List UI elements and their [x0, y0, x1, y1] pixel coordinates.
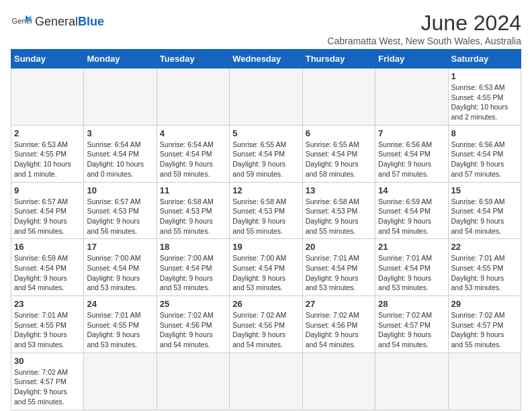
- table-row: 11Sunrise: 6:58 AM Sunset: 4:53 PM Dayli…: [157, 182, 229, 239]
- table-row: 22Sunrise: 7:01 AM Sunset: 4:55 PM Dayli…: [448, 239, 521, 296]
- table-row: 4Sunrise: 6:54 AM Sunset: 4:54 PM Daylig…: [157, 125, 229, 182]
- day-info: Sunrise: 7:00 AM Sunset: 4:54 PM Dayligh…: [160, 253, 226, 293]
- day-info: Sunrise: 6:55 AM Sunset: 4:54 PM Dayligh…: [306, 140, 372, 179]
- table-row: 14Sunrise: 6:59 AM Sunset: 4:54 PM Dayli…: [375, 182, 448, 239]
- location-subtitle: Cabramatta West, New South Wales, Austra…: [327, 36, 521, 46]
- day-info: Sunrise: 7:01 AM Sunset: 4:55 PM Dayligh…: [14, 310, 81, 350]
- calendar-week-2: 2Sunrise: 6:53 AM Sunset: 4:55 PM Daylig…: [11, 125, 521, 182]
- day-number: 21: [378, 242, 445, 252]
- col-thursday: Thursday: [302, 50, 375, 68]
- day-info: Sunrise: 7:02 AM Sunset: 4:57 PM Dayligh…: [378, 310, 445, 350]
- day-number: 7: [378, 128, 445, 138]
- day-number: 11: [160, 185, 226, 195]
- table-row: 1Sunrise: 6:53 AM Sunset: 4:55 PM Daylig…: [448, 68, 521, 126]
- day-info: Sunrise: 6:53 AM Sunset: 4:55 PM Dayligh…: [451, 83, 518, 122]
- day-number: 6: [306, 128, 372, 138]
- day-number: 29: [451, 299, 518, 309]
- day-number: 20: [306, 242, 372, 252]
- day-info: Sunrise: 6:54 AM Sunset: 4:54 PM Dayligh…: [87, 140, 153, 179]
- day-info: Sunrise: 7:00 AM Sunset: 4:54 PM Dayligh…: [87, 253, 153, 293]
- day-info: Sunrise: 6:54 AM Sunset: 4:54 PM Dayligh…: [160, 140, 226, 179]
- day-info: Sunrise: 6:53 AM Sunset: 4:55 PM Dayligh…: [14, 140, 81, 179]
- table-row: 6Sunrise: 6:55 AM Sunset: 4:54 PM Daylig…: [302, 125, 375, 182]
- logo-wordmark: GeneralBlue: [35, 15, 104, 29]
- table-row: [448, 353, 521, 410]
- day-number: 5: [232, 128, 299, 138]
- day-info: Sunrise: 7:02 AM Sunset: 4:57 PM Dayligh…: [451, 310, 518, 350]
- table-row: 13Sunrise: 6:58 AM Sunset: 4:53 PM Dayli…: [302, 182, 375, 239]
- table-row: 15Sunrise: 6:59 AM Sunset: 4:54 PM Dayli…: [448, 182, 521, 239]
- day-number: 15: [451, 185, 518, 195]
- day-number: 14: [378, 185, 445, 195]
- table-row: 7Sunrise: 6:56 AM Sunset: 4:54 PM Daylig…: [375, 125, 448, 182]
- day-number: 26: [232, 299, 299, 309]
- calendar-header-row: Sunday Monday Tuesday Wednesday Thursday…: [11, 50, 521, 68]
- table-row: 12Sunrise: 6:58 AM Sunset: 4:53 PM Dayli…: [230, 182, 302, 239]
- table-row: [302, 68, 375, 126]
- day-info: Sunrise: 7:01 AM Sunset: 4:55 PM Dayligh…: [451, 253, 518, 293]
- table-row: [157, 68, 229, 126]
- day-number: 8: [451, 128, 518, 138]
- day-info: Sunrise: 6:56 AM Sunset: 4:54 PM Dayligh…: [378, 140, 445, 179]
- day-info: Sunrise: 6:56 AM Sunset: 4:54 PM Dayligh…: [451, 140, 518, 179]
- day-number: 16: [14, 242, 81, 252]
- table-row: [11, 68, 84, 126]
- day-info: Sunrise: 6:55 AM Sunset: 4:54 PM Dayligh…: [232, 140, 299, 179]
- logo-general: General: [35, 15, 78, 28]
- day-number: 17: [87, 242, 153, 252]
- day-info: Sunrise: 7:01 AM Sunset: 4:54 PM Dayligh…: [378, 253, 445, 293]
- table-row: [375, 353, 448, 410]
- day-info: Sunrise: 6:58 AM Sunset: 4:53 PM Dayligh…: [160, 197, 226, 236]
- table-row: [157, 353, 229, 410]
- table-row: 28Sunrise: 7:02 AM Sunset: 4:57 PM Dayli…: [375, 296, 448, 353]
- day-info: Sunrise: 7:01 AM Sunset: 4:54 PM Dayligh…: [306, 253, 372, 293]
- day-number: 18: [160, 242, 226, 252]
- table-row: [230, 68, 302, 126]
- day-info: Sunrise: 6:57 AM Sunset: 4:53 PM Dayligh…: [87, 197, 153, 236]
- table-row: 9Sunrise: 6:57 AM Sunset: 4:54 PM Daylig…: [11, 182, 84, 239]
- day-number: 24: [87, 299, 153, 309]
- day-number: 13: [306, 185, 372, 195]
- col-friday: Friday: [375, 50, 448, 68]
- table-row: 2Sunrise: 6:53 AM Sunset: 4:55 PM Daylig…: [11, 125, 84, 182]
- col-monday: Monday: [84, 50, 157, 68]
- day-info: Sunrise: 7:02 AM Sunset: 4:56 PM Dayligh…: [232, 310, 299, 350]
- table-row: 30Sunrise: 7:02 AM Sunset: 4:57 PM Dayli…: [11, 353, 84, 410]
- table-row: 24Sunrise: 7:01 AM Sunset: 4:55 PM Dayli…: [84, 296, 157, 353]
- page-header: General GeneralBlue June 2024 Cabramatta…: [11, 11, 521, 46]
- day-info: Sunrise: 6:58 AM Sunset: 4:53 PM Dayligh…: [306, 197, 372, 236]
- day-number: 4: [160, 128, 226, 138]
- day-number: 9: [14, 185, 81, 195]
- col-saturday: Saturday: [448, 50, 521, 68]
- day-number: 28: [378, 299, 445, 309]
- table-row: 3Sunrise: 6:54 AM Sunset: 4:54 PM Daylig…: [84, 125, 157, 182]
- table-row: 8Sunrise: 6:56 AM Sunset: 4:54 PM Daylig…: [448, 125, 521, 182]
- calendar-week-3: 9Sunrise: 6:57 AM Sunset: 4:54 PM Daylig…: [11, 182, 521, 239]
- calendar-week-4: 16Sunrise: 6:59 AM Sunset: 4:54 PM Dayli…: [11, 239, 521, 296]
- day-number: 22: [451, 242, 518, 252]
- day-number: 2: [14, 128, 81, 138]
- col-wednesday: Wednesday: [230, 50, 302, 68]
- table-row: 17Sunrise: 7:00 AM Sunset: 4:54 PM Dayli…: [84, 239, 157, 296]
- table-row: 10Sunrise: 6:57 AM Sunset: 4:53 PM Dayli…: [84, 182, 157, 239]
- table-row: 27Sunrise: 7:02 AM Sunset: 4:56 PM Dayli…: [302, 296, 375, 353]
- title-block: June 2024 Cabramatta West, New South Wal…: [327, 11, 521, 46]
- table-row: [302, 353, 375, 410]
- table-row: [375, 68, 448, 126]
- table-row: 16Sunrise: 6:59 AM Sunset: 4:54 PM Dayli…: [11, 239, 84, 296]
- day-info: Sunrise: 6:59 AM Sunset: 4:54 PM Dayligh…: [14, 253, 81, 293]
- calendar-week-6: 30Sunrise: 7:02 AM Sunset: 4:57 PM Dayli…: [11, 353, 521, 410]
- day-number: 10: [87, 185, 153, 195]
- month-title: June 2024: [327, 11, 521, 36]
- day-info: Sunrise: 6:58 AM Sunset: 4:53 PM Dayligh…: [232, 197, 299, 236]
- day-info: Sunrise: 7:02 AM Sunset: 4:57 PM Dayligh…: [14, 367, 81, 407]
- table-row: 23Sunrise: 7:01 AM Sunset: 4:55 PM Dayli…: [11, 296, 84, 353]
- day-info: Sunrise: 7:00 AM Sunset: 4:54 PM Dayligh…: [232, 253, 299, 293]
- table-row: 20Sunrise: 7:01 AM Sunset: 4:54 PM Dayli…: [302, 239, 375, 296]
- table-row: 18Sunrise: 7:00 AM Sunset: 4:54 PM Dayli…: [157, 239, 229, 296]
- day-info: Sunrise: 6:59 AM Sunset: 4:54 PM Dayligh…: [378, 197, 445, 236]
- day-number: 25: [160, 299, 226, 309]
- calendar-week-5: 23Sunrise: 7:01 AM Sunset: 4:55 PM Dayli…: [11, 296, 521, 353]
- calendar-week-1: 1Sunrise: 6:53 AM Sunset: 4:55 PM Daylig…: [11, 68, 521, 126]
- logo-icon: General: [11, 11, 32, 32]
